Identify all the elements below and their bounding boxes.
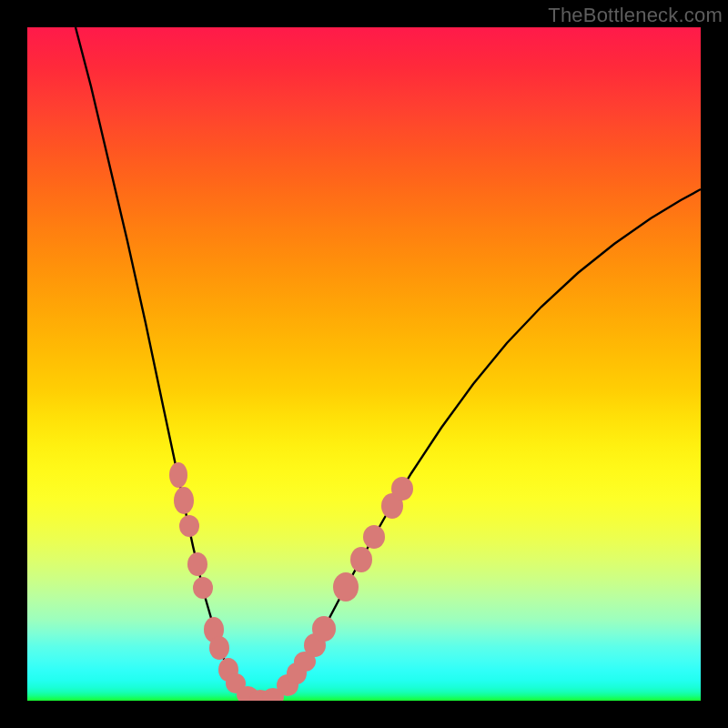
watermark-text: TheBottleneck.com — [548, 4, 723, 27]
chart-container: TheBottleneck.com — [0, 0, 728, 728]
plot-area — [27, 27, 701, 701]
